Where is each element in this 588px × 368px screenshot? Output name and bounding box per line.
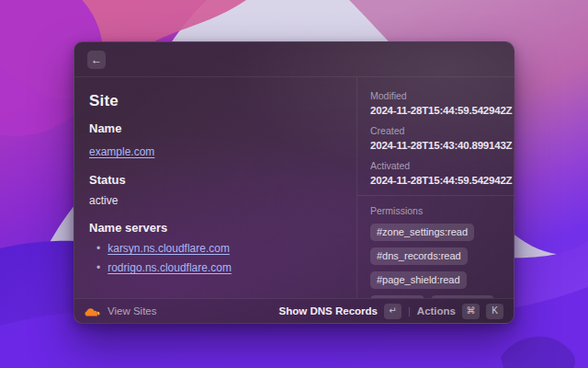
desktop: ← Site Name example.com Status active Na… [0,0,588,368]
back-button[interactable]: ← [87,51,106,69]
window-header: ← [74,42,514,77]
permission-tag: #dns_records:read [370,247,468,265]
footer-app-label: View Sites [107,305,156,316]
bullet-icon: • [96,243,100,254]
show-dns-records-action[interactable]: Show DNS Records ↵ [279,304,401,319]
primary-action-label: Show DNS Records [279,305,378,316]
permission-tag: #page_shield:read [370,271,467,289]
divider [357,195,514,196]
back-arrow-icon: ← [91,54,102,65]
cloudflare-icon [85,306,100,316]
nameserver-link[interactable]: karsyn.ns.cloudflare.com [107,242,230,255]
list-item: • karsyn.ns.cloudflare.com [96,242,342,255]
status-value: active [89,194,342,207]
list-item: • rodrigo.ns.cloudflare.com [96,261,342,274]
nameserver-link[interactable]: rodrigo.ns.cloudflare.com [107,261,232,274]
metadata-value: 2024-11-28T15:44:59.542942Z [370,175,501,186]
actions-menu-button[interactable]: Actions ⌘ K [417,304,503,319]
permission-tag: #zone_settings:read [370,224,474,241]
return-key-icon: ↵ [384,304,401,319]
app-window: ← Site Name example.com Status active Na… [74,41,514,324]
command-key-icon: ⌘ [462,304,480,319]
permissions-tags: #zone_settings:read #dns_records:read #p… [370,224,501,298]
site-name-link[interactable]: example.com [89,145,154,158]
metadata-value: 2024-11-28T15:43:40.899143Z [370,140,501,151]
actions-label: Actions [417,305,456,316]
permissions-label: Permissions [370,205,501,216]
detail-main: Site Name example.com Status active Name… [74,77,356,298]
metadata-label: Created [370,125,501,136]
footer-divider: | [408,305,411,316]
page-title: Site [89,92,342,110]
metadata-label: Modified [370,90,501,101]
metadata-panel: Modified 2024-11-28T15:44:59.542942Z Cre… [356,77,514,298]
window-body: Site Name example.com Status active Name… [74,77,514,298]
bullet-icon: • [96,262,100,273]
nameservers-heading: Name servers [89,221,342,235]
window-footer: View Sites Show DNS Records ↵ | Actions … [74,298,514,323]
metadata-value: 2024-11-28T15:44:59.542942Z [370,105,501,116]
name-heading: Name [89,121,342,135]
status-heading: Status [89,173,342,187]
metadata-label: Activated [370,160,501,171]
k-key-icon: K [486,304,503,319]
nameserver-list: • karsyn.ns.cloudflare.com • rodrigo.ns.… [89,242,342,274]
